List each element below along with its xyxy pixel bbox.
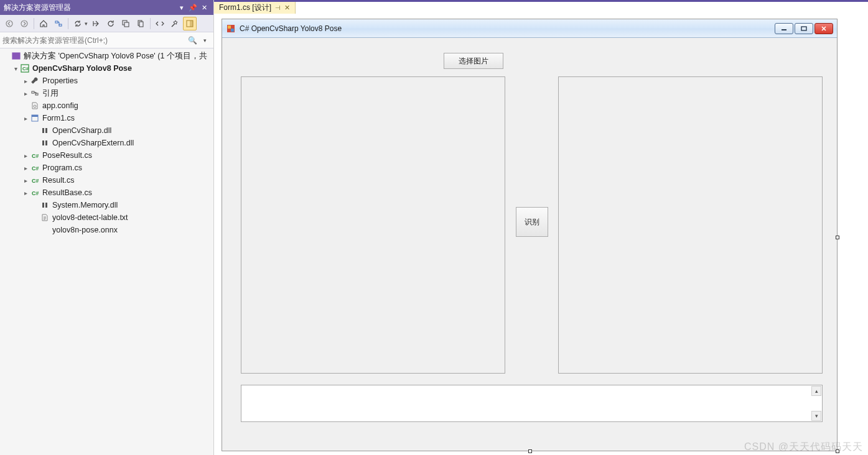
svg-rect-3 <box>59 24 62 26</box>
search-dropdown-icon[interactable]: ▾ <box>198 37 211 44</box>
editor-tabs: Form1.cs [设计] ⊣ ✕ <box>214 0 868 14</box>
svg-point-0 <box>6 21 12 27</box>
csharp-file-icon: C# <box>30 163 40 173</box>
svg-rect-14 <box>32 91 34 93</box>
csharp-project-icon: C# <box>20 63 30 73</box>
svg-rect-22 <box>45 140 47 145</box>
solution-icon <box>11 51 21 61</box>
tree-item-yolov8n-pose-onnx[interactable]: ▸ yolov8n-pose.onnx <box>0 224 213 236</box>
tree-item-references[interactable]: ▸ 引用 <box>0 87 213 99</box>
preview-icon[interactable] <box>183 17 197 30</box>
svg-rect-27 <box>42 203 44 208</box>
form-close-button[interactable] <box>814 23 833 34</box>
expand-arrow-icon[interactable]: ▸ <box>21 177 30 184</box>
expand-arrow-icon[interactable]: ▸ <box>21 115 30 122</box>
svg-text:C#: C# <box>32 178 39 184</box>
solution-explorer-search: 🔍 ▾ <box>0 32 213 48</box>
tab-pin-icon[interactable]: ⊣ <box>275 4 281 11</box>
picturebox-input[interactable] <box>241 76 505 374</box>
nav-back-icon[interactable] <box>2 17 16 30</box>
tree-item-result[interactable]: ▸ C# Result.cs <box>0 174 213 186</box>
csharp-file-icon: C# <box>30 150 40 160</box>
scope-icon[interactable] <box>52 17 65 30</box>
editor-area: Form1.cs [设计] ⊣ ✕ C# OpenCvSharp Yolov8 … <box>214 0 868 455</box>
svg-rect-9 <box>190 21 193 27</box>
svg-rect-19 <box>42 128 44 133</box>
svg-text:C#: C# <box>22 66 29 71</box>
select-image-button[interactable]: 选择图片 <box>444 53 503 69</box>
tree-item-yolov8-label-txt[interactable]: ▸ yolov8-detect-lable.txt <box>0 211 213 224</box>
form-app-icon <box>226 24 236 34</box>
tab-label: Form1.cs [设计] <box>219 2 271 13</box>
scroll-up-icon[interactable]: ▴ <box>811 386 821 396</box>
expand-arrow-icon[interactable]: ▾ <box>11 65 20 72</box>
sync-view-icon[interactable] <box>89 17 103 30</box>
solution-explorer-panel: 解决方案资源管理器 ▾ 📌 ✕ ▾ 🔍 ▾ ▸ 解决方案 'OpenCvShar… <box>0 0 214 455</box>
expand-arrow-icon[interactable]: ▸ <box>21 90 30 97</box>
form-file-icon <box>30 113 40 123</box>
designer-surface[interactable]: C# OpenCvSharp Yolov8 Pose 选择图片 识别 ▴ ▾ <box>214 14 868 455</box>
show-all-files-icon[interactable] <box>134 17 147 30</box>
collapse-all-icon[interactable] <box>119 17 133 30</box>
properties-icon[interactable] <box>168 17 182 30</box>
solution-node[interactable]: ▸ 解决方案 'OpenCvSharp Yolov8 Pose' (1 个项目，… <box>0 50 213 62</box>
tree-item-resultbase[interactable]: ▸ C# ResultBase.cs <box>0 186 213 199</box>
dll-file-icon <box>40 200 50 210</box>
expand-arrow-icon[interactable]: ▸ <box>21 152 30 159</box>
panel-pin-icon[interactable]: 📌 <box>187 2 198 13</box>
resize-handle-bottom[interactable] <box>528 449 532 453</box>
tab-form1-design[interactable]: Form1.cs [设计] ⊣ ✕ <box>214 2 296 14</box>
recognize-button[interactable]: 识别 <box>516 207 548 237</box>
svg-rect-2 <box>55 21 58 23</box>
resize-handle-right[interactable] <box>836 236 839 239</box>
dll-file-icon <box>40 126 50 136</box>
dll-file-icon <box>40 138 50 148</box>
solution-explorer-titlebar: 解决方案资源管理器 ▾ 📌 ✕ <box>0 0 213 15</box>
form-titlebar: C# OpenCvSharp Yolov8 Pose <box>222 19 837 38</box>
tree-item-app-config[interactable]: ▸ app.config <box>0 99 213 112</box>
panel-close-icon[interactable]: ✕ <box>198 2 210 13</box>
solution-explorer-toolbar: ▾ <box>0 15 213 32</box>
svg-rect-32 <box>782 29 786 30</box>
scroll-down-icon[interactable]: ▾ <box>811 411 821 421</box>
tree-item-opencvsharpextern-dll[interactable]: ▸ OpenCvSharpExtern.dll <box>0 137 213 149</box>
tree-item-poseresult[interactable]: ▸ C# PoseResult.cs <box>0 149 213 162</box>
config-file-icon <box>30 101 40 111</box>
search-icon[interactable]: 🔍 <box>186 36 198 45</box>
search-input[interactable] <box>2 36 186 45</box>
tree-item-program[interactable]: ▸ C# Program.cs <box>0 162 213 174</box>
form-maximize-button[interactable] <box>795 23 813 34</box>
tree-item-system-memory-dll[interactable]: ▸ System.Memory.dll <box>0 199 213 211</box>
home-icon[interactable] <box>37 17 50 30</box>
form-minimize-button[interactable] <box>775 23 793 34</box>
tree-item-properties[interactable]: ▸ Properties <box>0 75 213 87</box>
project-label: OpenCvSharp Yolov8 Pose <box>32 64 132 73</box>
expand-arrow-icon[interactable]: ▸ <box>21 190 30 196</box>
svg-text:C#: C# <box>32 165 39 172</box>
view-code-icon[interactable] <box>153 17 167 30</box>
log-textbox[interactable]: ▴ ▾ <box>241 385 823 422</box>
svg-text:C#: C# <box>32 190 39 196</box>
nav-forward-icon[interactable] <box>17 17 31 30</box>
expand-arrow-icon[interactable]: ▸ <box>21 78 30 85</box>
refresh-icon[interactable] <box>104 17 118 30</box>
form-client-area: 选择图片 识别 ▴ ▾ <box>222 38 837 451</box>
tree-item-opencvsharp-dll[interactable]: ▸ OpenCvSharp.dll <box>0 124 213 137</box>
expand-arrow-icon[interactable]: ▸ <box>21 165 30 172</box>
file-icon <box>40 225 50 235</box>
form1-window[interactable]: C# OpenCvSharp Yolov8 Pose 选择图片 识别 ▴ ▾ <box>222 19 838 451</box>
svg-rect-30 <box>228 25 231 29</box>
sync-icon[interactable] <box>71 17 85 30</box>
resize-handle-corner[interactable] <box>836 449 839 453</box>
project-node[interactable]: ▾ C# OpenCvSharp Yolov8 Pose <box>0 62 213 75</box>
picturebox-output[interactable] <box>558 76 823 374</box>
references-icon <box>30 88 40 98</box>
svg-rect-28 <box>45 203 47 208</box>
csharp-file-icon: C# <box>30 188 40 198</box>
svg-point-16 <box>34 105 36 108</box>
tab-close-icon[interactable]: ✕ <box>284 4 290 12</box>
panel-dropdown-icon[interactable]: ▾ <box>176 2 187 13</box>
svg-point-1 <box>21 21 27 27</box>
tree-item-form1[interactable]: ▸ Form1.cs <box>0 112 213 124</box>
solution-label: 解决方案 'OpenCvSharp Yolov8 Pose' (1 个项目，共 <box>24 51 207 62</box>
